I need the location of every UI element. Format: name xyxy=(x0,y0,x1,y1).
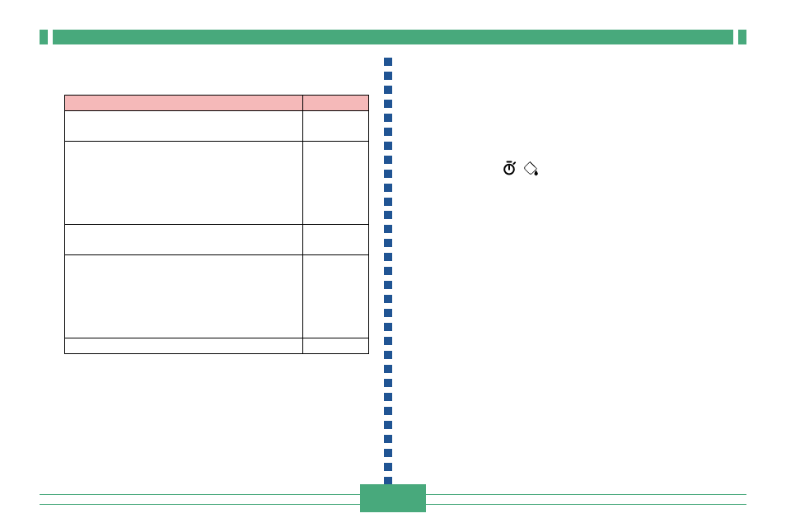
separator-dot xyxy=(384,323,392,331)
separator-dot xyxy=(384,267,392,275)
table-cell xyxy=(65,255,303,338)
separator-dot xyxy=(384,58,392,66)
table-row xyxy=(65,111,369,142)
separator-dot xyxy=(384,100,392,108)
column-separator xyxy=(384,58,392,499)
separator-dot xyxy=(384,170,392,178)
separator-dot xyxy=(384,421,392,429)
table-cell xyxy=(302,142,368,225)
table-cell xyxy=(65,338,303,354)
separator-dot xyxy=(384,337,392,345)
separator-dot xyxy=(384,435,392,443)
table-header-cell xyxy=(302,96,368,111)
separator-dot xyxy=(384,393,392,401)
table-cell xyxy=(65,142,303,225)
separator-dot xyxy=(384,156,392,164)
separator-dot xyxy=(384,449,392,457)
separator-dot xyxy=(384,86,392,94)
separator-dot xyxy=(384,463,392,471)
top-bar-main xyxy=(53,30,733,44)
table-cell xyxy=(302,225,368,255)
top-bar-right-cap xyxy=(738,30,746,44)
table-row xyxy=(65,338,369,354)
separator-dot xyxy=(384,225,392,233)
table-row xyxy=(65,142,369,225)
table-header-row xyxy=(65,96,369,111)
separator-dot xyxy=(384,295,392,303)
separator-dot xyxy=(384,211,392,219)
table-cell xyxy=(65,225,303,255)
separator-dot xyxy=(384,309,392,317)
table-cell xyxy=(302,338,368,354)
table-row xyxy=(65,225,369,255)
table-cell xyxy=(65,111,303,142)
separator-dot xyxy=(384,184,392,192)
table-cell xyxy=(302,111,368,142)
separator-dot xyxy=(384,407,392,415)
separator-dot xyxy=(384,142,392,150)
separator-dot xyxy=(384,365,392,373)
table-header-cell xyxy=(65,96,303,111)
timer-icon xyxy=(501,160,517,176)
table-cell xyxy=(302,255,368,338)
separator-dot xyxy=(384,239,392,247)
separator-dot xyxy=(384,72,392,80)
separator-dot xyxy=(384,253,392,261)
separator-dot xyxy=(384,379,392,387)
top-header-bar xyxy=(40,30,746,44)
separator-dot xyxy=(384,128,392,136)
separator-dot xyxy=(384,198,392,206)
separator-dot xyxy=(384,351,392,359)
separator-dot xyxy=(384,114,392,122)
table-row xyxy=(65,255,369,338)
top-bar-left-cap xyxy=(40,30,48,44)
icon-group xyxy=(501,160,539,176)
paint-bucket-icon xyxy=(522,160,539,176)
data-table xyxy=(64,95,369,354)
page-number-box xyxy=(360,484,426,512)
separator-dot xyxy=(384,281,392,289)
